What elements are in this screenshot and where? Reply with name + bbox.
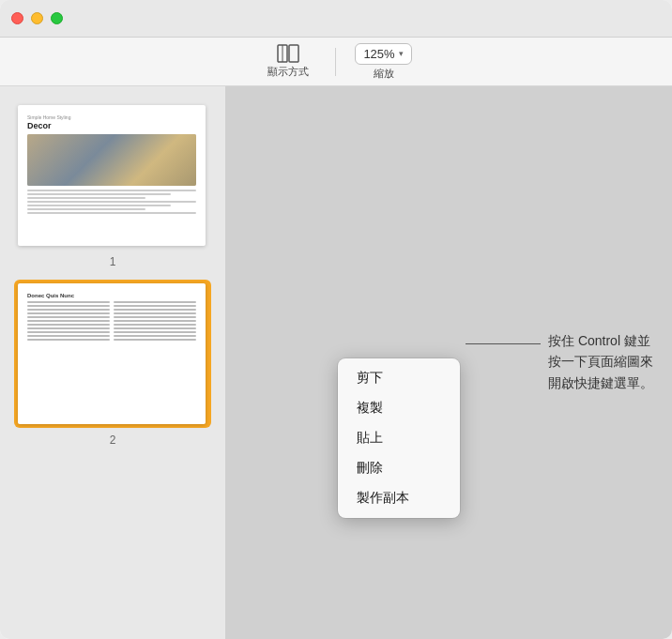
maximize-button[interactable]: [51, 12, 63, 24]
text-line-7: [27, 212, 196, 214]
context-menu-item-cut[interactable]: 剪下: [338, 363, 460, 393]
p2-line-2: [27, 305, 110, 307]
text-line-5: [27, 205, 171, 206]
page-2-number: 2: [110, 434, 116, 447]
chevron-down-icon: ▾: [399, 49, 404, 58]
p2-line-1: [27, 301, 110, 303]
callout-line-container: [466, 343, 541, 344]
zoom-group: 125% ▾ 縮放: [355, 43, 411, 81]
zoom-value: 125%: [363, 47, 394, 61]
text-line-3: [27, 197, 145, 199]
page-2-thumb-border: Donec Quis Nunc: [14, 280, 211, 428]
svg-rect-1: [289, 45, 298, 62]
context-menu-item-duplicate[interactable]: 製作副本: [338, 483, 460, 513]
text-line-1: [27, 190, 196, 191]
p2-line-9: [27, 331, 110, 333]
page-1-subtitle: Simple Home Styling: [27, 114, 196, 120]
display-mode-label: 顯示方式: [267, 65, 309, 79]
p2-r-line-3: [114, 309, 196, 311]
page-1-number: 1: [110, 255, 116, 268]
page-2-col-2: [114, 301, 196, 417]
callout-annotation: 按住 Control 鍵並 按一下頁面縮圖來 開啟快捷鍵選單。: [466, 330, 653, 393]
p2-line-8: [27, 327, 110, 329]
toolbar-divider: [335, 48, 336, 76]
zoom-label: 縮放: [374, 67, 394, 81]
page-2-col-layout: [27, 301, 196, 417]
page-2-thumb[interactable]: Donec Quis Nunc: [18, 283, 206, 424]
page-1-content: Simple Home Styling Decor: [27, 114, 196, 238]
titlebar: [0, 0, 672, 38]
toolbar: 顯示方式 125% ▾ 縮放: [0, 38, 672, 86]
p2-r-line-7: [114, 324, 196, 326]
p2-r-line-8: [114, 327, 196, 329]
context-menu-item-copy[interactable]: 複製: [338, 393, 460, 423]
page-1-thumb-border: Simple Home Styling Decor: [14, 101, 211, 250]
close-button[interactable]: [11, 12, 23, 24]
page-1-thumb[interactable]: Simple Home Styling Decor: [18, 105, 206, 246]
p2-line-11: [27, 339, 110, 341]
p2-r-line-11: [114, 339, 196, 341]
p2-r-line-6: [114, 320, 196, 322]
context-menu: 剪下 複製 貼上 刪除 製作副本: [338, 358, 460, 518]
app-window: 顯示方式 125% ▾ 縮放 Simple Home Styling Decor: [0, 0, 672, 639]
p2-line-6: [27, 320, 110, 322]
context-menu-item-delete[interactable]: 刪除: [338, 453, 460, 483]
sidebar: Simple Home Styling Decor: [0, 86, 225, 639]
p2-line-3: [27, 309, 110, 311]
zoom-button[interactable]: 125% ▾: [355, 43, 411, 65]
p2-line-10: [27, 335, 110, 337]
page-1-image-inner: [27, 134, 196, 186]
display-mode-icon: [277, 44, 299, 63]
p2-r-line-5: [114, 316, 196, 318]
callout-text: 按住 Control 鍵並 按一下頁面縮圖來 開啟快捷鍵選單。: [548, 330, 653, 393]
page-1-text-lines: [27, 190, 196, 214]
p2-r-line-2: [114, 305, 196, 307]
p2-r-line-9: [114, 331, 196, 333]
page-2-header: Donec Quis Nunc: [27, 293, 196, 298]
callout-line: [466, 343, 541, 344]
minimize-button[interactable]: [31, 12, 43, 24]
text-line-2: [27, 193, 171, 195]
p2-r-line-10: [114, 335, 196, 337]
p2-line-4: [27, 312, 110, 314]
main-area: Simple Home Styling Decor: [0, 86, 672, 639]
page-2-col-1: [27, 301, 110, 417]
text-line-6: [27, 208, 145, 210]
p2-line-5: [27, 316, 110, 318]
page-1-image: [27, 134, 196, 186]
page-2-content: Donec Quis Nunc: [27, 293, 196, 417]
text-line-4: [27, 201, 196, 203]
content-area: 剪下 複製 貼上 刪除 製作副本 按住 Control 鍵並 按一下頁面縮圖來 …: [225, 86, 672, 639]
p2-r-line-4: [114, 312, 196, 314]
p2-line-7: [27, 324, 110, 326]
page-1-title: Decor: [27, 121, 196, 130]
context-menu-item-paste[interactable]: 貼上: [338, 423, 460, 453]
page-1-thumb-wrapper: Simple Home Styling Decor: [11, 101, 214, 268]
page-2-thumb-wrapper: Donec Quis Nunc: [11, 280, 214, 447]
p2-r-line-1: [114, 301, 196, 303]
display-mode-button[interactable]: 顯示方式: [260, 40, 316, 83]
